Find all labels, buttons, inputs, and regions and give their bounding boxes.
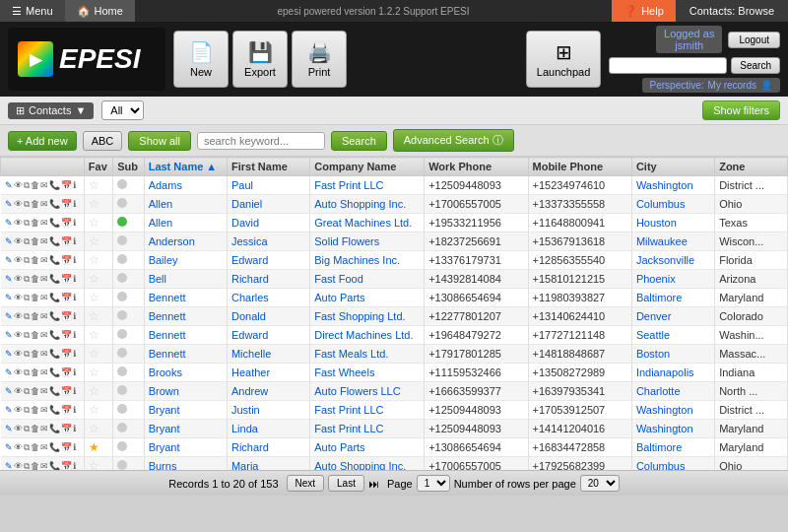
copy-icon[interactable]: ⧉ (24, 293, 30, 303)
row-company[interactable]: Fast Food (310, 270, 425, 289)
filter-select[interactable]: All (101, 100, 144, 120)
row-firstname[interactable]: Andrew (227, 382, 309, 401)
copy-icon[interactable]: ⧉ (24, 405, 30, 416)
row-fav[interactable]: ☆ (84, 382, 112, 401)
copy-icon[interactable]: ⧉ (24, 199, 30, 210)
row-lastname[interactable]: Bell (144, 270, 227, 289)
row-city[interactable]: Washington (631, 401, 714, 420)
phone-icon[interactable]: 📞 (49, 442, 60, 452)
row-lastname[interactable]: Allen (144, 214, 227, 233)
email-icon[interactable]: ✉ (40, 274, 48, 284)
delete-icon[interactable]: 🗑 (31, 218, 39, 228)
logout-button[interactable]: Logout (728, 32, 780, 48)
delete-icon[interactable]: 🗑 (31, 424, 39, 433)
row-firstname[interactable]: Edward (227, 251, 309, 270)
star-icon[interactable]: ☆ (89, 328, 99, 342)
row-lastname[interactable]: Brown (144, 382, 227, 401)
row-firstname[interactable]: David (227, 214, 309, 233)
view-icon[interactable]: 👁 (14, 367, 23, 377)
row-city[interactable]: Houston (631, 214, 714, 233)
page-select[interactable]: 1 (417, 475, 450, 492)
row-city[interactable]: Indianapolis (631, 364, 714, 382)
col-workphone[interactable]: Work Phone (425, 158, 528, 176)
row-company[interactable]: Fast Meals Ltd. (310, 345, 425, 364)
row-city[interactable]: Baltimore (631, 289, 714, 307)
row-lastname[interactable]: Bailey (144, 251, 227, 270)
row-lastname[interactable]: Anderson (144, 233, 227, 251)
row-firstname[interactable]: Linda (227, 420, 309, 438)
row-city[interactable]: Washington (631, 176, 714, 195)
view-icon[interactable]: 👁 (14, 218, 23, 228)
copy-icon[interactable]: ⧉ (24, 349, 30, 360)
row-company[interactable]: Great Machines Ltd. (310, 214, 425, 233)
star-icon[interactable]: ☆ (89, 422, 99, 435)
star-icon[interactable]: ☆ (89, 347, 99, 361)
calendar-icon[interactable]: 📅 (61, 236, 72, 246)
delete-icon[interactable]: 🗑 (31, 255, 39, 265)
email-icon[interactable]: ✉ (40, 442, 48, 452)
print-button[interactable]: 🖨️ Print (292, 31, 347, 88)
row-company[interactable]: Auto Shopping Inc. (310, 457, 425, 471)
row-company[interactable]: Fast Print LLC (310, 420, 425, 438)
row-lastname[interactable]: Brooks (144, 364, 227, 382)
phone-icon[interactable]: 📞 (49, 293, 60, 302)
row-fav[interactable]: ☆ (84, 251, 112, 270)
edit-icon[interactable]: ✎ (5, 424, 13, 433)
delete-icon[interactable]: 🗑 (31, 386, 39, 396)
row-city[interactable]: Jacksonville (631, 251, 714, 270)
view-icon[interactable]: 👁 (14, 180, 23, 190)
phone-icon[interactable]: 📞 (49, 367, 60, 377)
info-icon[interactable]: ℹ (73, 236, 76, 246)
delete-icon[interactable]: 🗑 (31, 311, 39, 321)
star-icon[interactable]: ☆ (89, 253, 99, 267)
col-fav[interactable]: Fav (84, 158, 112, 176)
row-company[interactable]: Solid Flowers (310, 233, 425, 251)
top-search-button[interactable]: Search (731, 57, 780, 74)
row-firstname[interactable]: Michelle (227, 345, 309, 364)
email-icon[interactable]: ✉ (40, 330, 48, 340)
row-lastname[interactable]: Allen (144, 195, 227, 214)
calendar-icon[interactable]: 📅 (61, 274, 72, 284)
delete-icon[interactable]: 🗑 (31, 367, 39, 377)
row-company[interactable]: Fast Print LLC (310, 401, 425, 420)
email-icon[interactable]: ✉ (40, 367, 48, 377)
edit-icon[interactable]: ✎ (5, 405, 13, 415)
row-fav[interactable]: ☆ (84, 364, 112, 382)
phone-icon[interactable]: 📞 (49, 461, 60, 470)
row-lastname[interactable]: Bennett (144, 345, 227, 364)
email-icon[interactable]: ✉ (40, 255, 48, 265)
edit-icon[interactable]: ✎ (5, 236, 13, 246)
edit-icon[interactable]: ✎ (5, 330, 13, 340)
calendar-icon[interactable]: 📅 (61, 424, 72, 433)
star-icon[interactable]: ★ (89, 440, 99, 454)
calendar-icon[interactable]: 📅 (61, 367, 72, 377)
edit-icon[interactable]: ✎ (5, 442, 13, 452)
edit-icon[interactable]: ✎ (5, 274, 13, 284)
info-icon[interactable]: ℹ (73, 330, 76, 340)
copy-icon[interactable]: ⧉ (24, 461, 30, 471)
search-button[interactable]: Search (331, 131, 387, 151)
row-fav[interactable]: ☆ (84, 326, 112, 345)
calendar-icon[interactable]: 📅 (61, 218, 72, 228)
row-fav[interactable]: ☆ (84, 401, 112, 420)
calendar-icon[interactable]: 📅 (61, 442, 72, 452)
last-button[interactable]: Last (328, 475, 364, 492)
phone-icon[interactable]: 📞 (49, 236, 60, 246)
col-mobilephone[interactable]: Mobile Phone (528, 158, 631, 176)
view-icon[interactable]: 👁 (14, 349, 23, 359)
delete-icon[interactable]: 🗑 (31, 461, 39, 470)
view-icon[interactable]: 👁 (14, 274, 23, 284)
row-firstname[interactable]: Jessica (227, 233, 309, 251)
phone-icon[interactable]: 📞 (49, 180, 60, 190)
calendar-icon[interactable]: 📅 (61, 461, 72, 470)
view-icon[interactable]: 👁 (14, 330, 23, 340)
row-firstname[interactable]: Charles (227, 289, 309, 307)
row-fav[interactable]: ☆ (84, 195, 112, 214)
edit-icon[interactable]: ✎ (5, 180, 13, 190)
delete-icon[interactable]: 🗑 (31, 274, 39, 284)
view-icon[interactable]: 👁 (14, 311, 23, 321)
row-city[interactable]: Phoenix (631, 270, 714, 289)
row-city[interactable]: Milwaukee (631, 233, 714, 251)
delete-icon[interactable]: 🗑 (31, 236, 39, 246)
search-input[interactable] (197, 132, 325, 150)
